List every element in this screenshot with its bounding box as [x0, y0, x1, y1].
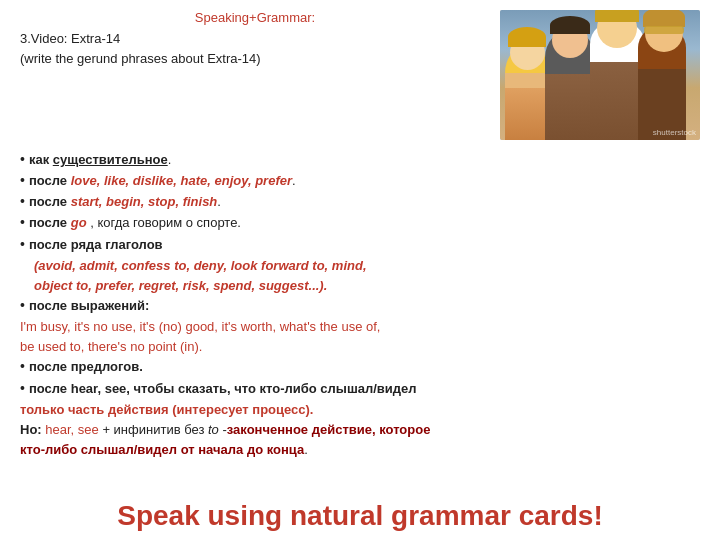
page-title: Speaking+Grammar:	[20, 10, 490, 25]
bullet-8: • после hear, see, чтобы сказать, что кт…	[20, 379, 700, 399]
bullet-3: • после start, begin, stop, finish.	[20, 192, 700, 212]
expressions-line2: be used to, there's no point (in).	[20, 337, 700, 357]
bullet-5: • после ряда глаголов	[20, 235, 700, 255]
top-text: Speaking+Grammar: 3.Video: Extra-14 (wri…	[20, 10, 500, 68]
footer-text: Speak using natural grammar cards!	[0, 500, 720, 532]
subtitle-line2: (write the gerund phrases about Extra-14…	[20, 49, 490, 69]
photo-placeholder: shutterstock	[500, 10, 700, 140]
subtitle-line1: 3.Video: Extra-14	[20, 29, 490, 49]
photo-image: shutterstock	[500, 10, 700, 140]
expressions-line1: I'm busy, it's no use, it's (no) good, i…	[20, 317, 700, 337]
hear-see-line2: только часть действия (интересует процес…	[20, 400, 700, 420]
bullet-7: • после предлогов.	[20, 357, 700, 377]
bullet-1: • как существительное.	[20, 150, 700, 170]
bullet-4: • после go , когда говорим о спорте.	[20, 213, 700, 233]
ho-line: Но: hear, see + инфинитив без to -законч…	[20, 420, 700, 440]
ho-line2: кто-либо слышал/видел от начала до конца…	[20, 440, 700, 460]
content-area: • как существительное. • после love, lik…	[20, 150, 700, 460]
top-section: Speaking+Grammar: 3.Video: Extra-14 (wri…	[20, 10, 700, 140]
bullet-5-line2: object to, prefer, regret, risk, spend, …	[34, 276, 700, 296]
page-wrapper: Speaking+Grammar: 3.Video: Extra-14 (wri…	[0, 0, 720, 540]
subtitle: 3.Video: Extra-14 (write the gerund phra…	[20, 29, 490, 68]
photo-watermark: shutterstock	[653, 128, 696, 137]
bullet-6: • после выражений:	[20, 296, 700, 316]
bullet-5-line1: (avoid, admit, confess to, deny, look fo…	[34, 256, 700, 276]
bullet-2: • после love, like, dislike, hate, enjoy…	[20, 171, 700, 191]
